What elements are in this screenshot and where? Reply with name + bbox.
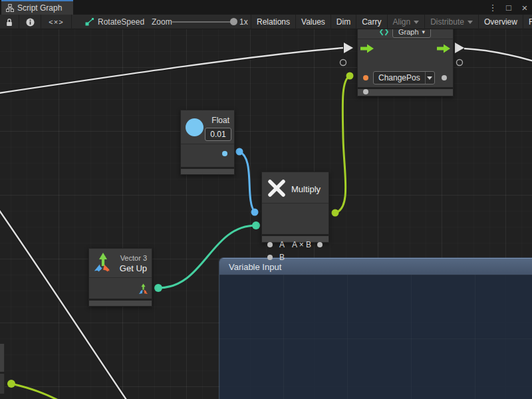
graph-reference-breadcrumb[interactable]: RotateSpeed — [85, 15, 144, 29]
port-label-result: A × B — [292, 241, 311, 249]
node-header[interactable]: Vector 3 Get Up — [89, 249, 152, 278]
graph-toolbar: <×> RotateSpeed Zoom 1x Relations Values… — [0, 15, 532, 29]
node-vector3-get-up[interactable]: Vector 3 Get Up — [88, 248, 152, 307]
reference-label: RotateSpeed — [98, 17, 144, 27]
node-multiply[interactable]: Multiply A A × B B — [261, 172, 329, 243]
offscreen-node-fragment[interactable] — [0, 344, 5, 372]
info-button[interactable] — [19, 15, 41, 29]
output-port-result[interactable] — [317, 242, 323, 247]
toolbar-button-carry[interactable]: Carry — [356, 15, 386, 29]
script-graph-icon — [6, 4, 14, 12]
toolbar-button-dim[interactable]: Dim — [331, 15, 356, 29]
toolbar-button-overview[interactable]: Overview — [478, 15, 523, 29]
variable-dropdown-value: ChangePos — [374, 73, 425, 82]
multiply-icon — [267, 178, 287, 198]
node-graph-event[interactable]: Graph ▾ ChangePos — [357, 24, 454, 96]
float-value-field[interactable]: 0.01 — [205, 128, 231, 141]
angle-brackets-x-icon: <×> — [49, 18, 63, 26]
toolbar-button-fullscreen[interactable]: Full Screen — [523, 15, 532, 29]
vector3-icon — [92, 251, 114, 275]
float-type-icon — [186, 118, 203, 136]
window-tab-bar: Script Graph ⋮ □ × — [0, 0, 532, 15]
toolbar-button-align[interactable]: Align — [387, 15, 425, 29]
value-port[interactable] — [442, 75, 447, 80]
script-graph-window: Variable Input — [0, 0, 532, 399]
caret-down-icon — [425, 72, 434, 84]
tab-script-graph[interactable]: Script Graph — [1, 1, 73, 15]
group-body[interactable] — [219, 275, 532, 399]
value-port[interactable] — [363, 89, 368, 94]
subgraph-icon — [85, 18, 94, 26]
port-label-b: B — [279, 253, 285, 261]
tab-label: Script Graph — [17, 3, 62, 13]
code-view-button[interactable]: <×> — [41, 15, 71, 29]
input-port-b[interactable] — [267, 255, 273, 260]
lock-button[interactable] — [0, 15, 19, 29]
node-header[interactable]: Multiply — [262, 172, 329, 203]
port-label-a: A — [279, 241, 285, 249]
node-title: Get Up — [120, 263, 147, 273]
info-icon — [26, 18, 35, 27]
float-output-port[interactable] — [222, 151, 227, 156]
window-maximize-icon[interactable]: □ — [504, 3, 513, 13]
node-type-label: Vector 3 — [120, 254, 147, 262]
toolbar-button-relations[interactable]: Relations — [251, 15, 295, 29]
zoom-slider-track[interactable] — [172, 21, 234, 23]
variable-dropdown[interactable]: ChangePos — [373, 71, 435, 84]
node-footer — [89, 301, 152, 306]
variable-port-orange[interactable] — [363, 75, 368, 80]
toolbar-button-distribute[interactable]: Distribute — [424, 15, 478, 29]
offscreen-node-fragment[interactable] — [0, 374, 5, 394]
flow-port-out-icon[interactable] — [437, 44, 450, 53]
zoom-label: Zoom — [152, 15, 172, 29]
node-footer — [181, 169, 234, 174]
group-variable-input[interactable]: Variable Input — [219, 258, 532, 399]
vector3-output-port-icon[interactable] — [138, 283, 148, 294]
flow-port-in-icon[interactable] — [360, 44, 374, 53]
window-menu-icon[interactable]: ⋮ — [488, 3, 497, 13]
node-title: Float — [211, 116, 229, 125]
node-footer — [358, 89, 453, 96]
window-close-icon[interactable]: × — [520, 2, 529, 13]
zoom-level: 1x — [239, 15, 248, 29]
node-header[interactable]: Float 0.01 — [181, 110, 234, 144]
caret-down-icon: ▾ — [422, 29, 426, 35]
group-header[interactable]: Variable Input — [219, 258, 532, 275]
zoom-slider-handle[interactable] — [230, 18, 237, 25]
lock-icon — [5, 18, 13, 27]
caret-down-icon — [414, 21, 419, 24]
caret-down-icon — [467, 21, 473, 24]
input-port-a[interactable] — [267, 242, 273, 247]
node-float-literal[interactable]: Float 0.01 — [180, 110, 235, 175]
group-title: Variable Input — [229, 262, 281, 272]
toolbar-button-values[interactable]: Values — [295, 15, 331, 29]
node-title: Multiply — [291, 184, 321, 194]
